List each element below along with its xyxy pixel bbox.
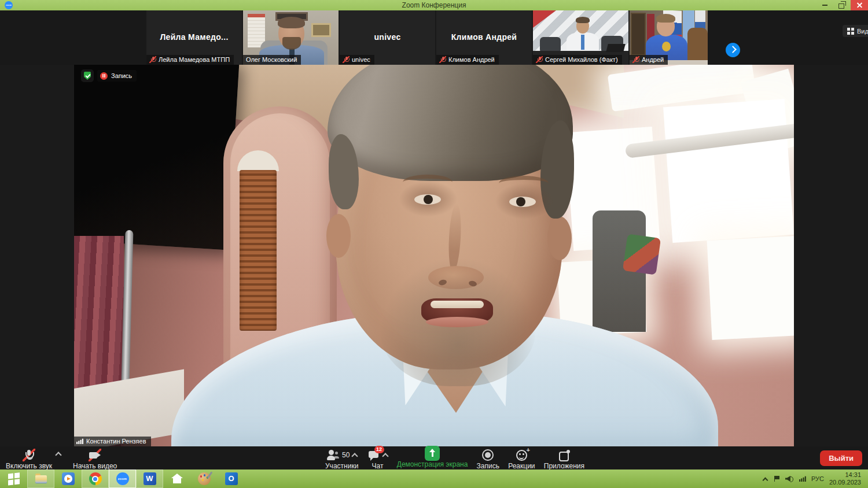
mic-muted-icon	[439, 56, 446, 63]
taskbar-paint[interactable]	[190, 469, 218, 488]
tv-screen	[74, 65, 240, 250]
unmute-button[interactable]: Включить звук	[2, 446, 56, 470]
reactions-button[interactable]: Реакции	[505, 446, 538, 470]
participant-strip: Лейла Мамедо... Лейла Мамедова МТПП Олег…	[0, 10, 868, 65]
chat-chevron[interactable]	[382, 452, 388, 458]
person-hair	[656, 14, 675, 23]
audio-options-chevron[interactable]	[56, 451, 61, 457]
home-icon	[171, 472, 183, 485]
participant-tile-klimov[interactable]: Климов Андрей Климов Андрей	[436, 10, 532, 65]
zoom-meeting-window: Zoom Конференция Лейла Мамедо... Лейла М…	[0, 0, 868, 488]
taskbar-media-player[interactable]	[54, 469, 82, 488]
tshirt-emblem	[662, 42, 671, 51]
participants-count: 50	[342, 451, 350, 459]
certificate-frame	[311, 23, 331, 37]
taskbar-home-app[interactable]	[163, 469, 190, 488]
participants-button[interactable]: 50 Участники	[322, 446, 362, 470]
meeting-toolbar: Включить звук Начать видео 50 Участники	[0, 446, 868, 469]
person-hair	[576, 17, 590, 23]
participant-tile-mikhailov[interactable]: Сергей Михайлов (Факт)	[533, 10, 628, 65]
taskbar-outlook[interactable]	[218, 469, 245, 488]
person-tie	[581, 35, 584, 50]
laptop	[606, 44, 625, 52]
record-button[interactable]: Запись	[473, 446, 503, 470]
windows-logo-icon	[8, 472, 20, 485]
participant-name-label: Климов Андрей	[436, 55, 499, 65]
taskbar-clock[interactable]: 14:31 20.09.2023	[829, 471, 861, 486]
next-participants-button[interactable]	[726, 43, 740, 57]
meeting-security-shield-icon[interactable]	[81, 69, 94, 82]
taskbar-apps	[0, 469, 245, 488]
person-beard	[282, 37, 301, 50]
main-video-feed: Запись Константин Рензяев	[74, 65, 794, 446]
network-signal-icon[interactable]	[799, 476, 806, 482]
speaker-eye	[509, 197, 536, 207]
share-screen-button[interactable]: Демонстрация экрана	[393, 446, 472, 468]
clock-date: 20.09.2023	[829, 479, 861, 486]
hidden-icons-chevron[interactable]	[762, 476, 768, 482]
bright-window	[663, 99, 794, 243]
chat-button[interactable]: 12 Чат	[364, 446, 392, 470]
participant-tile-andrey[interactable]: Андрей	[630, 10, 708, 65]
volume-icon[interactable]	[785, 475, 794, 482]
view-button[interactable]: Вид	[843, 25, 868, 37]
participant-tile-univec[interactable]: univec univec	[340, 10, 435, 65]
chat-icon: 12	[367, 449, 380, 461]
chair	[687, 28, 708, 65]
taskbar-file-explorer[interactable]	[27, 469, 54, 488]
bright-window	[707, 236, 794, 340]
taskbar-chrome[interactable]	[82, 469, 109, 488]
recording-indicator: Запись	[97, 70, 137, 82]
camera-off-icon	[89, 449, 101, 461]
word-icon	[144, 472, 156, 485]
video-stage: Запись Константин Рензяев	[0, 65, 868, 446]
apps-button[interactable]: Приложения	[540, 446, 588, 470]
speaker-ear	[547, 216, 572, 260]
iris	[424, 195, 433, 204]
window-blinds	[240, 170, 277, 331]
share-screen-icon	[425, 446, 440, 461]
participant-display-name: Климов Андрей	[436, 32, 532, 42]
pillow	[623, 234, 661, 275]
record-icon	[482, 449, 494, 461]
participant-name-label: univec	[340, 55, 374, 65]
participant-name-label: Андрей	[630, 55, 668, 65]
reactions-smiley-icon	[516, 450, 527, 461]
system-tray: РУС 14:31 20.09.2023	[762, 469, 868, 488]
chrome-icon	[89, 472, 102, 485]
media-player-icon	[62, 472, 75, 485]
mic-muted-icon	[536, 56, 543, 63]
audio-level-icon	[76, 438, 83, 444]
participant-name-label: Олег Московский	[243, 55, 301, 65]
outlook-icon	[225, 472, 238, 485]
participant-display-name: univec	[340, 32, 435, 42]
mic-muted-icon	[343, 56, 350, 63]
file-explorer-icon	[35, 473, 47, 485]
windows-taskbar: РУС 14:31 20.09.2023	[0, 469, 868, 488]
minimize-button[interactable]	[816, 0, 833, 10]
start-video-button[interactable]: Начать видео	[69, 446, 120, 470]
iris	[516, 197, 525, 206]
taskbar-zoom[interactable]	[109, 469, 136, 488]
language-indicator[interactable]: РУС	[811, 475, 824, 482]
paint-icon	[198, 472, 211, 485]
participant-tile-leyla[interactable]: Лейла Мамедо... Лейла Мамедова МТПП	[146, 10, 242, 65]
taskbar-word[interactable]	[136, 469, 163, 488]
person-hair	[278, 17, 305, 28]
participant-tile-oleg[interactable]: Олег Московский	[243, 10, 339, 65]
start-button[interactable]	[0, 469, 27, 488]
title-bar: Zoom Конференция	[0, 0, 868, 10]
mic-muted-icon	[23, 449, 35, 461]
leave-meeting-button[interactable]: Выйти	[820, 450, 862, 466]
meeting-actions: 50 Участники 12 Чат Демонстрация экрана	[322, 446, 588, 469]
clock-time: 14:31	[829, 471, 861, 479]
participants-chevron[interactable]	[352, 452, 358, 458]
restore-button[interactable]	[833, 0, 851, 10]
plus-icon	[526, 446, 529, 453]
close-button[interactable]	[851, 0, 868, 10]
action-center-flag-icon[interactable]	[773, 475, 780, 482]
participant-display-name: Лейла Мамедо...	[146, 32, 242, 42]
audio-video-controls: Включить звук Начать видео	[2, 446, 120, 469]
window-title: Zoom Конференция	[0, 0, 868, 10]
participants-icon	[326, 449, 340, 461]
